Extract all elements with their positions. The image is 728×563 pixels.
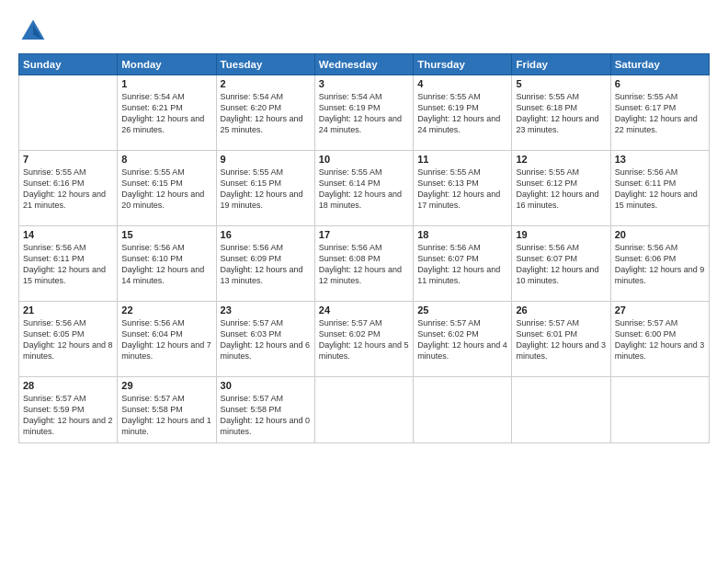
week-row-2: 7Sunrise: 5:55 AMSunset: 6:16 PMDaylight…	[19, 151, 710, 226]
calendar-cell: 23Sunrise: 5:57 AMSunset: 6:03 PMDayligh…	[216, 302, 314, 377]
logo-icon	[18, 17, 48, 46]
day-info: Sunrise: 5:57 AMSunset: 5:59 PMDaylight:…	[23, 393, 113, 438]
calendar-cell: 29Sunrise: 5:57 AMSunset: 5:58 PMDayligh…	[118, 377, 216, 443]
day-number: 16	[221, 229, 311, 240]
calendar-cell: 8Sunrise: 5:55 AMSunset: 6:15 PMDaylight…	[118, 151, 216, 226]
header	[18, 17, 710, 46]
day-number: 27	[615, 304, 705, 316]
calendar-cell: 28Sunrise: 5:57 AMSunset: 5:59 PMDayligh…	[19, 377, 118, 443]
day-info: Sunrise: 5:54 AMSunset: 6:20 PMDaylight:…	[221, 91, 311, 136]
calendar-cell: 25Sunrise: 5:57 AMSunset: 6:02 PMDayligh…	[414, 302, 512, 377]
day-info: Sunrise: 5:55 AMSunset: 6:16 PMDaylight:…	[23, 167, 113, 212]
week-row-1: 1Sunrise: 5:54 AMSunset: 6:21 PMDaylight…	[19, 75, 710, 151]
calendar-cell: 17Sunrise: 5:56 AMSunset: 6:08 PMDayligh…	[314, 226, 413, 302]
day-number: 15	[121, 229, 211, 240]
day-info: Sunrise: 5:56 AMSunset: 6:11 PMDaylight:…	[23, 242, 113, 287]
day-number: 18	[417, 229, 507, 240]
calendar-cell: 2Sunrise: 5:54 AMSunset: 6:20 PMDaylight…	[216, 75, 314, 151]
day-number: 5	[516, 78, 606, 89]
calendar-cell: 7Sunrise: 5:55 AMSunset: 6:16 PMDaylight…	[19, 151, 118, 226]
calendar-cell: 21Sunrise: 5:56 AMSunset: 6:05 PMDayligh…	[19, 302, 118, 377]
day-info: Sunrise: 5:56 AMSunset: 6:09 PMDaylight:…	[221, 242, 311, 287]
day-info: Sunrise: 5:56 AMSunset: 6:10 PMDaylight:…	[121, 242, 211, 287]
calendar-cell: 22Sunrise: 5:56 AMSunset: 6:04 PMDayligh…	[118, 302, 216, 377]
day-info: Sunrise: 5:57 AMSunset: 5:58 PMDaylight:…	[221, 393, 311, 438]
day-number: 29	[121, 380, 211, 391]
calendar-header-row: SundayMondayTuesdayWednesdayThursdayFrid…	[19, 54, 710, 75]
calendar-cell: 5Sunrise: 5:55 AMSunset: 6:18 PMDaylight…	[512, 75, 610, 151]
day-info: Sunrise: 5:57 AMSunset: 6:03 PMDaylight:…	[221, 317, 311, 362]
calendar-cell: 30Sunrise: 5:57 AMSunset: 5:58 PMDayligh…	[216, 377, 314, 443]
day-info: Sunrise: 5:54 AMSunset: 6:19 PMDaylight:…	[319, 91, 409, 136]
week-row-4: 21Sunrise: 5:56 AMSunset: 6:05 PMDayligh…	[19, 302, 710, 377]
day-number: 25	[417, 304, 507, 316]
day-info: Sunrise: 5:55 AMSunset: 6:13 PMDaylight:…	[417, 167, 507, 212]
calendar-cell: 3Sunrise: 5:54 AMSunset: 6:19 PMDaylight…	[314, 75, 413, 151]
calendar-cell	[610, 377, 709, 443]
day-number: 28	[23, 380, 113, 391]
calendar-cell: 11Sunrise: 5:55 AMSunset: 6:13 PMDayligh…	[414, 151, 512, 226]
calendar-cell	[414, 377, 512, 443]
day-info: Sunrise: 5:55 AMSunset: 6:12 PMDaylight:…	[516, 167, 606, 212]
calendar-cell: 16Sunrise: 5:56 AMSunset: 6:09 PMDayligh…	[216, 226, 314, 302]
day-info: Sunrise: 5:57 AMSunset: 6:02 PMDaylight:…	[417, 317, 507, 362]
day-number: 4	[417, 78, 507, 89]
day-number: 30	[221, 380, 311, 391]
day-info: Sunrise: 5:57 AMSunset: 6:02 PMDaylight:…	[319, 317, 409, 362]
day-number: 17	[319, 229, 409, 240]
day-number: 3	[319, 78, 409, 89]
day-header-thursday: Thursday	[414, 54, 512, 75]
day-info: Sunrise: 5:55 AMSunset: 6:17 PMDaylight:…	[615, 91, 705, 136]
day-info: Sunrise: 5:55 AMSunset: 6:15 PMDaylight:…	[221, 167, 311, 212]
calendar-cell: 20Sunrise: 5:56 AMSunset: 6:06 PMDayligh…	[610, 226, 709, 302]
day-number: 26	[516, 304, 606, 316]
day-info: Sunrise: 5:56 AMSunset: 6:08 PMDaylight:…	[319, 242, 409, 287]
calendar-cell	[512, 377, 610, 443]
calendar-cell: 19Sunrise: 5:56 AMSunset: 6:07 PMDayligh…	[512, 226, 610, 302]
week-row-5: 28Sunrise: 5:57 AMSunset: 5:59 PMDayligh…	[19, 377, 710, 443]
calendar-cell: 26Sunrise: 5:57 AMSunset: 6:01 PMDayligh…	[512, 302, 610, 377]
day-header-sunday: Sunday	[19, 54, 118, 75]
calendar-cell: 9Sunrise: 5:55 AMSunset: 6:15 PMDaylight…	[216, 151, 314, 226]
calendar-cell: 10Sunrise: 5:55 AMSunset: 6:14 PMDayligh…	[314, 151, 413, 226]
day-number: 7	[23, 154, 113, 165]
calendar: SundayMondayTuesdayWednesdayThursdayFrid…	[18, 53, 710, 443]
calendar-cell: 18Sunrise: 5:56 AMSunset: 6:07 PMDayligh…	[414, 226, 512, 302]
day-number: 14	[23, 229, 113, 240]
page: SundayMondayTuesdayWednesdayThursdayFrid…	[0, 0, 728, 563]
day-info: Sunrise: 5:56 AMSunset: 6:04 PMDaylight:…	[121, 317, 211, 362]
calendar-cell	[19, 75, 118, 151]
day-info: Sunrise: 5:57 AMSunset: 5:58 PMDaylight:…	[121, 393, 211, 438]
calendar-cell: 1Sunrise: 5:54 AMSunset: 6:21 PMDaylight…	[118, 75, 216, 151]
week-row-3: 14Sunrise: 5:56 AMSunset: 6:11 PMDayligh…	[19, 226, 710, 302]
day-number: 9	[221, 154, 311, 165]
calendar-cell	[314, 377, 413, 443]
logo	[18, 17, 51, 46]
day-info: Sunrise: 5:56 AMSunset: 6:06 PMDaylight:…	[615, 242, 705, 287]
calendar-cell: 4Sunrise: 5:55 AMSunset: 6:19 PMDaylight…	[414, 75, 512, 151]
day-header-wednesday: Wednesday	[314, 54, 413, 75]
day-number: 6	[615, 78, 705, 89]
day-header-friday: Friday	[512, 54, 610, 75]
day-header-tuesday: Tuesday	[216, 54, 314, 75]
day-info: Sunrise: 5:56 AMSunset: 6:07 PMDaylight:…	[417, 242, 507, 287]
day-info: Sunrise: 5:55 AMSunset: 6:15 PMDaylight:…	[121, 167, 211, 212]
day-number: 1	[121, 78, 211, 89]
day-number: 19	[516, 229, 606, 240]
calendar-cell: 12Sunrise: 5:55 AMSunset: 6:12 PMDayligh…	[512, 151, 610, 226]
day-number: 13	[615, 154, 705, 165]
day-info: Sunrise: 5:56 AMSunset: 6:11 PMDaylight:…	[615, 167, 705, 212]
calendar-cell: 14Sunrise: 5:56 AMSunset: 6:11 PMDayligh…	[19, 226, 118, 302]
day-info: Sunrise: 5:54 AMSunset: 6:21 PMDaylight:…	[121, 91, 211, 136]
day-number: 8	[121, 154, 211, 165]
calendar-cell: 27Sunrise: 5:57 AMSunset: 6:00 PMDayligh…	[610, 302, 709, 377]
day-number: 20	[615, 229, 705, 240]
day-number: 12	[516, 154, 606, 165]
day-info: Sunrise: 5:57 AMSunset: 6:01 PMDaylight:…	[516, 317, 606, 362]
day-info: Sunrise: 5:55 AMSunset: 6:19 PMDaylight:…	[417, 91, 507, 136]
calendar-cell: 13Sunrise: 5:56 AMSunset: 6:11 PMDayligh…	[610, 151, 709, 226]
day-info: Sunrise: 5:55 AMSunset: 6:14 PMDaylight:…	[319, 167, 409, 212]
day-header-monday: Monday	[118, 54, 216, 75]
day-info: Sunrise: 5:56 AMSunset: 6:05 PMDaylight:…	[23, 317, 113, 362]
day-number: 11	[417, 154, 507, 165]
